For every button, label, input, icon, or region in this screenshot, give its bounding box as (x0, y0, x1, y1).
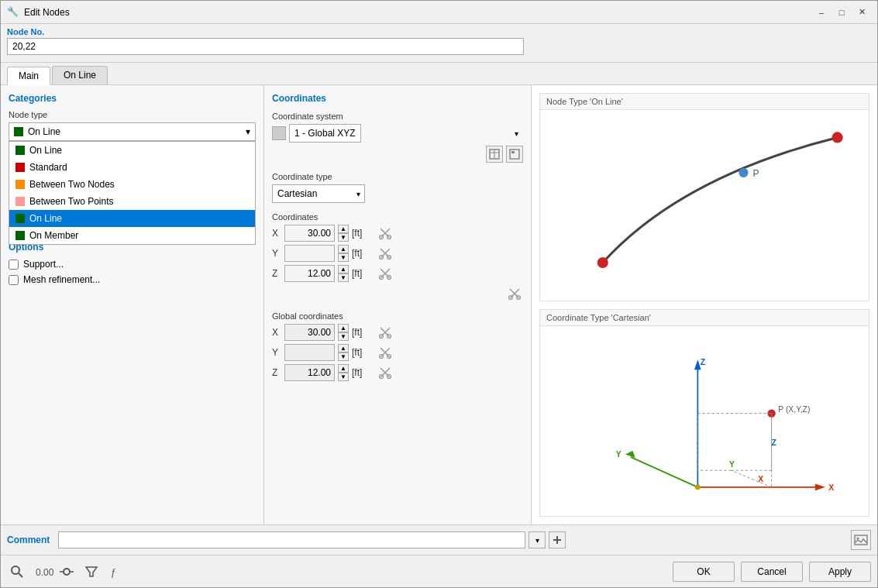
x-spin-up[interactable]: ▲ (338, 225, 349, 233)
scissors-z-icon (378, 266, 392, 280)
global-y-label: Y (272, 347, 281, 358)
svg-rect-35 (855, 535, 867, 545)
global-x-spin-up[interactable]: ▲ (338, 324, 349, 332)
y-axis-line (631, 456, 698, 487)
z-coord-icon-btn[interactable] (377, 265, 394, 282)
global-z-label: Z (272, 367, 281, 378)
coordinates-group: Coordinates X ▲ ▼ [ft] Y (272, 212, 523, 302)
scissors-all-icon (508, 287, 522, 301)
zero-icon: 0.00 (34, 565, 50, 579)
filter-icon-btn[interactable] (81, 562, 102, 582)
global-coord-row-y: Y ▲ ▼ [ft] (272, 344, 523, 361)
z-inside-label: Z (772, 438, 777, 447)
coord-y-input[interactable] (284, 245, 335, 262)
color-dot-0 (15, 146, 25, 155)
filter-icon (84, 565, 98, 579)
node-no-right (530, 27, 871, 59)
y-spin-up[interactable]: ▲ (338, 245, 349, 253)
global-y-spin-down[interactable]: ▼ (338, 352, 349, 361)
x-spinner: ▲ ▼ (338, 225, 349, 242)
maximize-button[interactable]: □ (832, 5, 851, 20)
coord-system-icon (272, 126, 286, 140)
cancel-button[interactable]: Cancel (741, 562, 803, 582)
coord-type-label: Coordinate type (272, 172, 523, 181)
coord-row-z: Z ▲ ▼ [ft] (272, 265, 523, 282)
support-checkbox[interactable] (9, 260, 19, 270)
ok-button[interactable]: OK (673, 562, 735, 582)
node-type-dropdown[interactable]: On Line ▾ On Line Standard (9, 122, 256, 141)
node-no-input[interactable] (7, 38, 524, 55)
app-icon: 🔧 (7, 6, 19, 19)
global-scissors-x-icon (378, 325, 392, 339)
zero-icon-btn[interactable]: 0.00 (32, 562, 52, 582)
global-y-icon-btn[interactable] (377, 344, 394, 361)
coord-system-arrow-icon: ▾ (515, 129, 518, 138)
search-icon-btn[interactable] (7, 562, 27, 582)
close-button[interactable]: ✕ (852, 5, 871, 20)
svg-rect-3 (510, 150, 519, 159)
svg-rect-34 (553, 539, 561, 541)
node-icon-btn[interactable] (57, 562, 77, 582)
comment-image-btn[interactable] (851, 530, 871, 550)
middle-panel: Coordinates Coordinate system 1 - Global… (264, 85, 532, 524)
x-spin-down[interactable]: ▼ (338, 233, 349, 242)
y-spin-down[interactable]: ▼ (338, 253, 349, 262)
comment-input-wrap: ▾ (58, 531, 566, 548)
coord-type-select[interactable]: Cartesian (272, 184, 365, 203)
x-unit: [ft] (352, 228, 374, 239)
global-z-spin-up[interactable]: ▲ (338, 364, 349, 373)
scissors-y-icon (378, 246, 392, 260)
node-type-value: On Line (28, 126, 60, 137)
dropdown-item-1[interactable]: Standard (9, 159, 255, 176)
coord-system-select[interactable]: 1 - Global XYZ (289, 124, 361, 143)
node-icon (60, 565, 74, 579)
comment-input[interactable] (58, 531, 525, 548)
minimize-button[interactable]: – (812, 5, 831, 20)
bottom-icons: 0.00 ƒ (7, 562, 673, 582)
diagram-on-line: Node Type 'On Line' P (539, 93, 869, 301)
z-spin-down[interactable]: ▼ (338, 273, 349, 282)
dropdown-item-5[interactable]: On Member (9, 227, 255, 244)
x-coord-icon-btn[interactable] (377, 225, 394, 242)
global-z-spin-down[interactable]: ▼ (338, 373, 349, 381)
diagram-cartesian: Coordinate Type 'Cartesian' Z X (539, 309, 869, 518)
image-icon (854, 533, 868, 547)
color-dot-1 (15, 163, 25, 172)
mesh-checkbox[interactable] (9, 275, 19, 285)
apply-button[interactable]: Apply (809, 562, 871, 582)
z-spin-up[interactable]: ▲ (338, 265, 349, 273)
global-x-icon-btn[interactable] (377, 324, 394, 341)
comment-add-btn[interactable] (549, 531, 566, 548)
global-coord-x-input[interactable] (284, 324, 335, 341)
global-y-unit: [ft] (352, 347, 374, 358)
y-coord-icon-btn[interactable] (377, 245, 394, 262)
coord-type-group: Coordinate type Cartesian ▾ (272, 172, 523, 203)
formula-icon-btn[interactable]: ƒ (106, 562, 126, 582)
global-x-spin-down[interactable]: ▼ (338, 332, 349, 341)
global-z-icon-btn[interactable] (377, 364, 394, 381)
global-z-unit: [ft] (352, 367, 374, 378)
all-coords-icon-btn[interactable] (506, 285, 523, 302)
coord-icon-btn-2[interactable] (506, 146, 523, 163)
tab-main[interactable]: Main (7, 67, 50, 85)
tab-on-line[interactable]: On Line (52, 66, 108, 84)
coord-icon-btn-1[interactable] (486, 146, 503, 163)
svg-line-38 (19, 573, 22, 577)
global-coord-y-input[interactable] (284, 344, 335, 361)
comment-dropdown-btn[interactable]: ▾ (529, 531, 546, 548)
global-y-spin-up[interactable]: ▲ (338, 344, 349, 352)
dropdown-item-3[interactable]: Between Two Points (9, 193, 255, 210)
global-coord-row-x: X ▲ ▼ [ft] (272, 324, 523, 341)
coord-row-y: Y ▲ ▼ [ft] (272, 245, 523, 262)
dropdown-item-4[interactable]: On Line (9, 210, 255, 227)
y-spinner: ▲ ▼ (338, 245, 349, 262)
global-x-label: X (272, 327, 281, 338)
y-axis-arrow (625, 451, 635, 458)
dropdown-item-2[interactable]: Between Two Nodes (9, 176, 255, 193)
search-icon (10, 565, 24, 579)
global-coord-z-input[interactable] (284, 364, 335, 381)
node-type-selected[interactable]: On Line ▾ (9, 122, 256, 141)
coord-x-input[interactable] (284, 225, 335, 242)
dropdown-item-0[interactable]: On Line (9, 142, 255, 159)
coord-z-input[interactable] (284, 265, 335, 282)
